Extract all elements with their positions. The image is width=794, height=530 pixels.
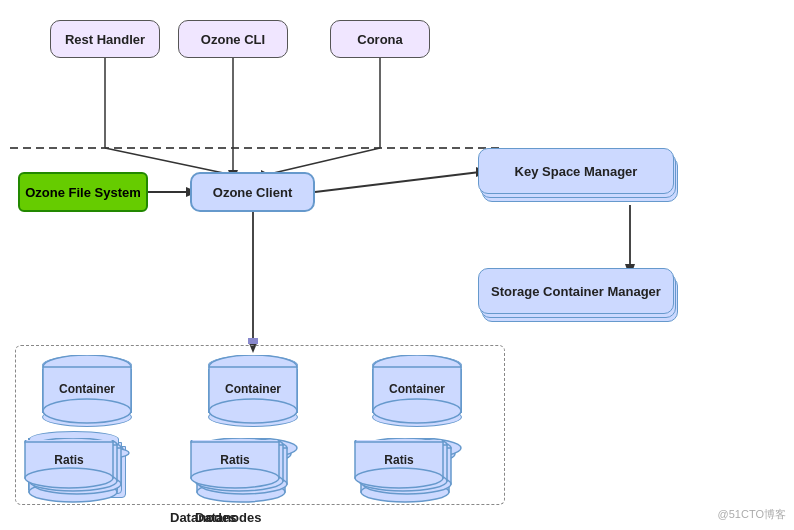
ratis-svg-2: Ratis <box>190 440 300 516</box>
svg-text:Container: Container <box>225 382 281 396</box>
ozone-client-box: Ozone Client <box>190 172 315 212</box>
storage-container-manager-stacked: Storage Container Manager <box>478 268 678 326</box>
svg-text:Ratis: Ratis <box>54 453 84 467</box>
diagram: Rest Handler Ozone CLI Corona Ozone File… <box>0 0 794 530</box>
svg-point-39 <box>43 399 131 423</box>
svg-rect-18 <box>248 338 258 344</box>
svg-point-47 <box>373 399 461 423</box>
datanodes-text-label: Datanodes <box>170 510 236 525</box>
corona-box: Corona <box>330 20 430 58</box>
svg-text:Ratis: Ratis <box>220 453 250 467</box>
container-svg-1: Container <box>42 355 132 433</box>
svg-line-12 <box>315 172 480 192</box>
rest-handler-box: Rest Handler <box>50 20 160 58</box>
svg-text:Ratis: Ratis <box>384 453 414 467</box>
svg-point-67 <box>191 468 279 488</box>
svg-text:Container: Container <box>59 382 115 396</box>
container-svg-2: Container <box>208 355 298 433</box>
container-svg-3: Container <box>372 355 462 433</box>
watermark: @51CTO博客 <box>718 507 786 522</box>
ratis-svg-1: Ratis <box>24 440 134 516</box>
ratis-svg-3: Ratis <box>354 440 464 516</box>
svg-point-43 <box>209 399 297 423</box>
key-space-manager-stacked: Key Space Manager <box>478 148 678 206</box>
svg-point-77 <box>355 468 443 488</box>
svg-line-8 <box>265 148 380 175</box>
ozone-fs-box: Ozone File System <box>18 172 148 212</box>
svg-text:Container: Container <box>389 382 445 396</box>
svg-point-57 <box>25 468 113 488</box>
ozone-cli-box: Ozone CLI <box>178 20 288 58</box>
svg-line-2 <box>105 148 233 175</box>
